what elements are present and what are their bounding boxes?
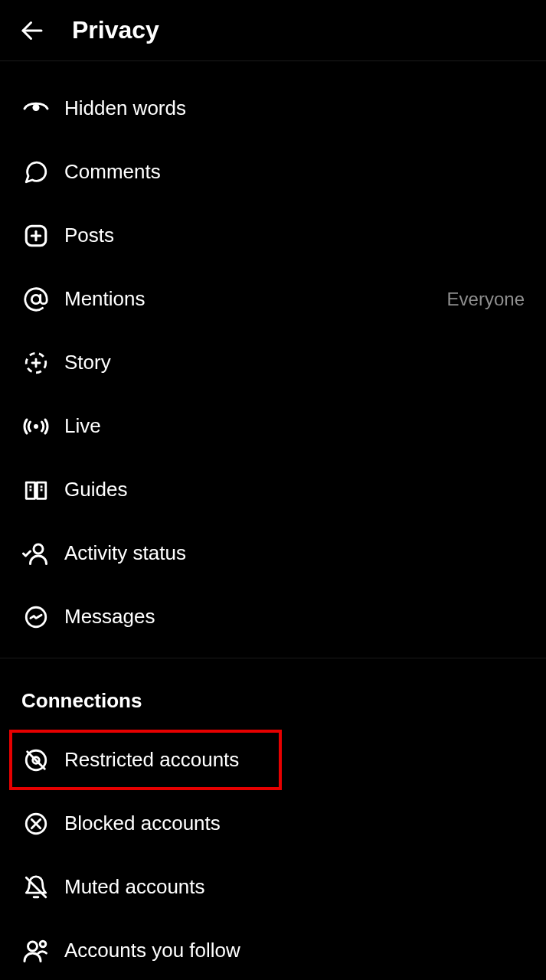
item-label: Guides [64, 478, 525, 501]
item-live[interactable]: Live [0, 394, 546, 458]
item-accounts-you-follow[interactable]: Accounts you follow [0, 919, 546, 980]
header: Privacy [0, 0, 546, 61]
item-label: Accounts you follow [64, 939, 525, 962]
accounts-follow-icon [21, 936, 51, 965]
item-label: Restricted accounts [64, 748, 270, 772]
svg-line-18 [28, 751, 45, 769]
blocked-icon [21, 809, 51, 838]
item-hidden-words[interactable]: Hidden words [0, 77, 546, 140]
messages-icon [21, 603, 51, 632]
page-title: Privacy [72, 16, 159, 44]
item-mentions[interactable]: Mentions Everyone [0, 267, 546, 331]
item-restricted-accounts[interactable]: Restricted accounts [8, 728, 283, 792]
muted-icon [21, 873, 51, 902]
posts-icon [21, 221, 51, 250]
item-muted-accounts[interactable]: Muted accounts [0, 855, 546, 919]
item-guides[interactable]: Guides [0, 458, 546, 521]
item-label: Activity status [64, 541, 525, 565]
comment-icon [21, 158, 51, 187]
item-label: Comments [64, 160, 525, 184]
restricted-icon [21, 746, 51, 775]
item-label: Live [64, 414, 525, 438]
svg-point-23 [28, 942, 38, 951]
guides-icon [21, 475, 51, 505]
item-story[interactable]: Story [0, 331, 546, 394]
item-messages[interactable]: Messages [0, 585, 546, 648]
svg-point-14 [34, 544, 43, 554]
item-activity-status[interactable]: Activity status [0, 521, 546, 585]
activity-status-icon [21, 539, 51, 568]
item-label: Story [64, 351, 525, 374]
arrow-left-icon [18, 17, 46, 44]
item-label: Muted accounts [64, 875, 525, 899]
svg-point-24 [40, 941, 46, 947]
mentions-icon [21, 285, 51, 314]
section-header-connections: Connections [0, 658, 546, 728]
svg-point-9 [34, 424, 38, 429]
story-icon [21, 348, 51, 377]
item-comments[interactable]: Comments [0, 140, 546, 204]
hidden-words-icon [21, 94, 51, 123]
svg-point-5 [31, 295, 40, 303]
item-label: Blocked accounts [64, 812, 525, 835]
live-icon [21, 412, 51, 441]
back-button[interactable] [15, 14, 49, 47]
item-label: Posts [64, 224, 525, 247]
item-blocked-accounts[interactable]: Blocked accounts [0, 792, 546, 855]
item-label: Messages [64, 605, 525, 629]
item-label: Hidden words [64, 96, 525, 120]
item-label: Mentions [64, 287, 447, 311]
svg-point-1 [33, 104, 40, 111]
settings-list: Hidden words Comments Posts Mentions Eve… [0, 61, 546, 980]
item-value: Everyone [447, 289, 525, 310]
item-posts[interactable]: Posts [0, 204, 546, 267]
